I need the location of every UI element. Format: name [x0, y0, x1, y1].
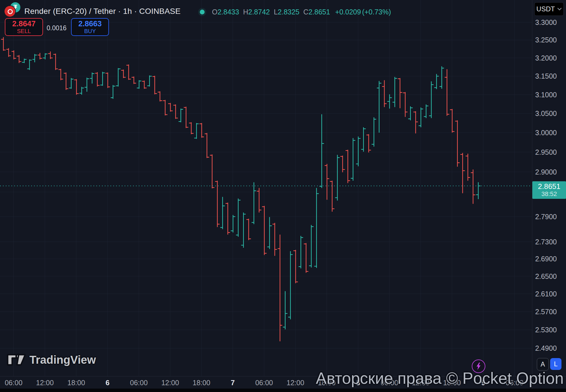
- line-mode-button[interactable]: L: [550, 358, 561, 370]
- price-axis-label: 2.6100: [535, 290, 557, 298]
- price-axis-label: 3.0000: [535, 128, 557, 137]
- change-percent: (+0.73%): [362, 8, 391, 16]
- line-mode-label: L: [554, 360, 558, 368]
- price-axis-label: 3.0500: [535, 109, 557, 118]
- price-axis-label: 2.6500: [535, 272, 557, 280]
- price-axis-label: 2.4900: [535, 344, 557, 352]
- high-label: H: [243, 8, 248, 16]
- spread-value: 0.0016: [42, 24, 71, 32]
- copyright-watermark: Авторские права © Pocket Option: [316, 369, 564, 387]
- time-axis-label: 12:00: [161, 378, 179, 387]
- price-axis-label: 2.9000: [535, 168, 557, 176]
- buy-label: BUY: [84, 28, 96, 34]
- time-axis-label: 18:00: [67, 378, 85, 387]
- bottom-edge: [0, 389, 566, 392]
- close-label: C: [303, 8, 308, 16]
- price-axis-label: 2.5700: [535, 308, 557, 316]
- market-status-dot-icon: [200, 10, 205, 14]
- time-axis-label: 18:00: [193, 378, 211, 387]
- buy-button[interactable]: 2.8663 BUY: [71, 18, 109, 36]
- time-axis-label: 06:00: [130, 378, 148, 387]
- price-chart[interactable]: [0, 0, 532, 376]
- price-axis-label: 2.5300: [535, 326, 557, 334]
- ohlc-bars: [1, 37, 481, 341]
- close-value: 2.8651: [308, 8, 330, 16]
- bar-countdown: 38:52: [541, 191, 557, 198]
- tradingview-logo-icon: [7, 353, 26, 367]
- time-axis-label: 06:00: [5, 378, 23, 387]
- price-axis-label: 3.3000: [535, 18, 557, 26]
- render-logo-icon: [5, 6, 15, 17]
- time-axis-day-label: 6: [106, 378, 110, 387]
- price-axis-label: 2.6900: [535, 255, 557, 263]
- tradingview-watermark[interactable]: TradingView: [7, 353, 96, 367]
- buy-price: 2.8663: [78, 20, 102, 28]
- grid-lines: [0, 0, 532, 376]
- chevron-down-icon: [557, 8, 562, 10]
- time-axis-label: 06:00: [255, 378, 273, 387]
- change-value: +0.0209: [335, 8, 361, 16]
- open-label: O: [212, 8, 217, 16]
- high-value: 2.8742: [248, 8, 270, 16]
- price-axis-label: 2.7300: [535, 238, 557, 246]
- trading-chart-window: ₮ Render (ERC-20) / Tether · 1h · COINBA…: [0, 0, 566, 392]
- sell-price: 2.8647: [12, 20, 36, 28]
- price-axis-label: 3.2000: [535, 54, 557, 62]
- time-axis-label: 12:00: [36, 378, 54, 387]
- low-label: L: [274, 8, 278, 16]
- price-axis-label: 3.1000: [535, 91, 557, 99]
- symbol-logo: ₮: [5, 2, 22, 16]
- tradingview-label: TradingView: [29, 354, 96, 366]
- last-price: 2.8651: [538, 182, 561, 191]
- ohlc-legend: O2.8433 H2.8742 L2.8325 C2.8651 +0.0209 …: [200, 8, 391, 16]
- last-price-badge: 2.8651 38:52: [532, 181, 566, 199]
- price-axis-label: 2.9500: [535, 148, 557, 156]
- price-axis-label: 2.7900: [535, 212, 557, 221]
- sell-label: SELL: [17, 28, 31, 34]
- symbol-title[interactable]: Render (ERC-20) / Tether · 1h · COINBASE: [24, 7, 181, 16]
- time-axis-day-label: 7: [231, 378, 235, 387]
- currency-selector[interactable]: USDT: [534, 2, 564, 16]
- low-value: 2.8325: [278, 8, 299, 16]
- price-axis-label: 3.2500: [535, 36, 557, 44]
- auto-mode-label: A: [541, 361, 545, 368]
- open-value: 2.8433: [217, 8, 239, 16]
- price-axis-label: 3.1500: [535, 72, 557, 80]
- currency-label: USDT: [536, 5, 555, 13]
- sell-button[interactable]: 2.8647 SELL: [5, 18, 43, 36]
- time-axis-label: 12:00: [287, 378, 305, 387]
